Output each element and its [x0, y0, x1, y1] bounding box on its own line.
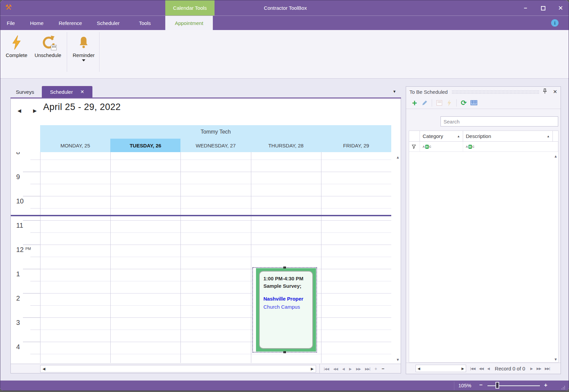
- complete-button[interactable]: Complete: [3, 32, 30, 70]
- category-label: Category: [423, 133, 443, 139]
- scroll-right-icon[interactable]: ▶: [461, 367, 464, 370]
- tab-file[interactable]: File: [7, 16, 15, 30]
- description-filter-cell[interactable]: ABC: [463, 142, 558, 151]
- reminder-button[interactable]: Reminder: [69, 32, 98, 70]
- tab-list-dropdown-icon[interactable]: ▼: [393, 89, 396, 93]
- day-header-friday[interactable]: FRIDAY, 29: [321, 139, 391, 152]
- calendar-horizontal-scrollbar[interactable]: ◀ ▶: [40, 365, 316, 372]
- close-button[interactable]: ✕: [555, 4, 566, 12]
- next-record-button[interactable]: ▶: [530, 367, 533, 370]
- scheduler-grid[interactable]: 8 9 10 11 12PM 1 2 3 4 1:00 PM-4:30 PM S…: [11, 152, 391, 363]
- category-column-header[interactable]: Category ▲: [420, 131, 463, 141]
- hour-label-2: 2: [16, 295, 20, 302]
- minimize-button[interactable]: –: [520, 4, 531, 12]
- first-record-button[interactable]: |◀◀: [470, 367, 475, 370]
- abc-filter-icon: ABC: [423, 145, 431, 149]
- resize-handle-bottom[interactable]: [283, 351, 286, 353]
- panel-close-icon[interactable]: ✕: [553, 89, 557, 95]
- column-chooser-icon[interactable]: [469, 100, 479, 105]
- tab-home[interactable]: Home: [30, 16, 44, 30]
- pin-icon[interactable]: [543, 88, 548, 95]
- zoom-out-button[interactable]: −: [479, 382, 483, 389]
- prev-page-button[interactable]: ◀: [342, 367, 345, 371]
- description-column-header[interactable]: Description ▲: [463, 131, 553, 141]
- scroll-left-icon[interactable]: ◀: [42, 367, 45, 371]
- panel-scroll-down-icon[interactable]: ▼: [554, 357, 558, 361]
- prev-record-button[interactable]: ◀: [487, 367, 490, 370]
- doc-tab-scheduler[interactable]: Scheduler ✕: [42, 86, 92, 97]
- prev-page-record-button[interactable]: ◀◀: [479, 367, 483, 370]
- edit-pencil-icon[interactable]: [420, 100, 430, 106]
- hour-label-11: 11: [16, 222, 23, 229]
- zoom-in-button[interactable]: +: [374, 366, 377, 371]
- last-page-button[interactable]: ▶▶|: [365, 367, 370, 371]
- workspace: Surveys Scheduler ✕ ▼ ◀ ▶ April 25 - 29,…: [0, 79, 569, 381]
- app-logo-icon: ⚒: [5, 3, 12, 12]
- panel-grid: Category ▲ Description ▲ ABC: [409, 131, 559, 363]
- appointment-location-link[interactable]: Church Campus: [263, 304, 310, 310]
- day-header-tuesday-selected[interactable]: TUESDAY, 26: [110, 139, 180, 152]
- spacer-column-header: [553, 131, 558, 141]
- zoom-in-button[interactable]: +: [544, 382, 547, 389]
- tab-reference[interactable]: Reference: [59, 16, 82, 30]
- info-icon[interactable]: i: [551, 19, 559, 27]
- toolbar-separator: [432, 99, 432, 107]
- day-header-monday[interactable]: MONDAY, 25: [40, 139, 110, 152]
- calendar-scroll-down-icon[interactable]: ▼: [396, 358, 400, 362]
- zoom-out-button[interactable]: −: [381, 366, 384, 371]
- zoom-level: 105%: [458, 383, 471, 388]
- next-page-record-button[interactable]: ▶▶: [537, 367, 541, 370]
- panel-scroll-up-icon[interactable]: ▲: [554, 154, 558, 158]
- window-title: Contractor ToolBox: [243, 0, 328, 16]
- complete-label: Complete: [6, 52, 27, 58]
- hour-label-12: 12PM: [16, 246, 31, 254]
- maximize-button[interactable]: [537, 4, 549, 12]
- next-page-button[interactable]: ▶: [349, 367, 352, 371]
- calendar-panel: ◀ ▶ April 25 - 29, 2022 Tommy Tech MONDA…: [10, 99, 401, 373]
- category-filter-cell[interactable]: ABC: [420, 142, 463, 151]
- tab-scheduler[interactable]: Scheduler: [97, 16, 120, 30]
- funnel-icon: [412, 144, 416, 149]
- first-page-button[interactable]: |◀◀: [324, 367, 329, 371]
- fast-prev-button[interactable]: ◀◀: [333, 367, 338, 371]
- tab-tools[interactable]: Tools: [139, 16, 151, 30]
- close-tab-icon[interactable]: ✕: [80, 89, 84, 94]
- panel-horizontal-scrollbar[interactable]: ◀ ▶: [416, 365, 466, 372]
- fast-next-button[interactable]: ▶▶: [356, 367, 361, 371]
- schedule-now-icon[interactable]: [444, 100, 454, 106]
- search-input[interactable]: [440, 116, 558, 127]
- screen: ⚒ Calendar Tools Contractor ToolBox – ✕ …: [0, 0, 569, 392]
- zoom-slider-handle[interactable]: [495, 382, 499, 389]
- day-header-thursday[interactable]: THURSDAY, 28: [251, 139, 321, 152]
- refresh-icon[interactable]: ⟳: [459, 99, 469, 107]
- unschedule-button[interactable]: Unschedule: [32, 32, 64, 70]
- schedule-calendar-icon[interactable]: [434, 100, 444, 106]
- hour-label-4: 4: [16, 343, 20, 351]
- panel-header[interactable]: To Be Scheduled ✕: [406, 87, 561, 97]
- resize-grip-icon[interactable]: [562, 386, 565, 389]
- scroll-left-icon[interactable]: ◀: [418, 367, 420, 370]
- doc-tab-surveys[interactable]: Surveys: [12, 86, 37, 97]
- calendar-scroll-up-icon[interactable]: ▲: [396, 155, 400, 159]
- ribbon-group-separator: [99, 32, 99, 72]
- filter-funnel-cell[interactable]: [409, 142, 420, 151]
- appointment-sample-survey[interactable]: 1:00 PM-4:30 PM Sample Survey; Nashville…: [252, 267, 317, 353]
- panel-drag-hatch[interactable]: [452, 90, 539, 94]
- ribbon-group-separator: [67, 32, 67, 72]
- last-record-button[interactable]: ▶▶|: [545, 367, 550, 370]
- sort-ascending-icon: ▲: [547, 135, 550, 138]
- scroll-right-icon[interactable]: ▶: [311, 367, 314, 371]
- day-header-wednesday[interactable]: WEDNESDAY, 27: [180, 139, 251, 152]
- reminder-label: Reminder: [73, 52, 94, 58]
- appointment-time-title: 1:00 PM-4:30 PM Sample Survey;: [263, 275, 310, 290]
- next-week-button[interactable]: ▶: [33, 108, 37, 113]
- ribbon-body: Complete Unschedule Reminder Actions Opt…: [0, 30, 569, 79]
- appointment-client-link[interactable]: Nashville Proper: [263, 296, 310, 302]
- zoom-slider-track[interactable]: [487, 385, 540, 387]
- prev-week-button[interactable]: ◀: [18, 108, 21, 113]
- description-label: Description: [466, 133, 491, 139]
- tab-appointment[interactable]: Appointment: [165, 16, 213, 30]
- reminder-dropdown-icon[interactable]: [82, 59, 85, 61]
- add-button[interactable]: +: [409, 100, 420, 106]
- resize-handle-top[interactable]: [283, 267, 286, 269]
